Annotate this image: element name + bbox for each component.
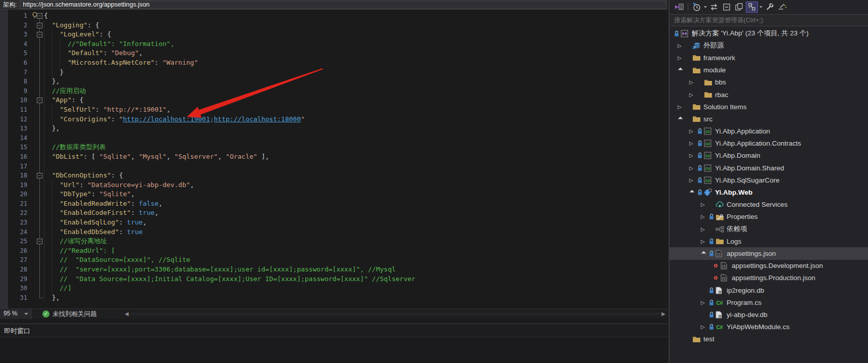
tree-item-logs[interactable]: ▷Logs (670, 235, 868, 247)
tree-item--[interactable]: ▷外部源 (670, 39, 868, 52)
chevron-collapsed-icon[interactable]: ▷ (678, 104, 686, 110)
code-line[interactable]: "Url": "DataSource=yi-abp-dev.db", (44, 180, 668, 190)
tree-item-appsettings.production.json[interactable]: {}appsettings.Production.json (670, 272, 868, 284)
fold-collapse-box[interactable]: − (37, 98, 42, 103)
switch-views-icon[interactable] (673, 2, 685, 13)
code-line[interactable]: // "server=[xxxx];port=3306;database=[xx… (44, 265, 668, 275)
code-line[interactable]: //"Default": "Information", (44, 39, 668, 49)
code-line[interactable]: "App": { (44, 96, 668, 105)
chevron-down-icon[interactable] (703, 2, 708, 13)
code-editor[interactable]: 1234567891011121314151617181920212223242… (0, 10, 668, 308)
collapse-all-icon[interactable] (721, 2, 733, 13)
schema-url-combobox[interactable]: https://json.schemastore.org/appsettings… (20, 1, 667, 9)
fold-collapse-box[interactable]: − (37, 23, 42, 28)
tree-item-properties[interactable]: ▷Properties (670, 211, 868, 223)
code-line[interactable]: "EnabledSqlLog": true, (44, 218, 668, 228)
tree-item-yi-abp-dev.db[interactable]: yi-abp-dev.db (670, 308, 868, 321)
tree-item-yi.abp.application[interactable]: ▷C#Yi.Abp.Application (670, 125, 868, 138)
chevron-expanded-icon[interactable] (689, 191, 697, 194)
code-lines[interactable]: { "Logging": { "LogLevel": { //"Default"… (0, 10, 668, 302)
code-line[interactable]: "DbList": [ "Sqlite", "Mysql", "Sqlserve… (44, 152, 668, 162)
search-input[interactable] (670, 15, 868, 26)
code-line[interactable]: }, (44, 77, 668, 86)
sync-icon[interactable] (708, 2, 720, 13)
tree-item-ip2region.db[interactable]: ip2region.db (670, 284, 868, 296)
code-line[interactable]: "EnabledDbSeed": true (44, 228, 668, 237)
code-line[interactable]: "LogLevel": { (44, 30, 668, 39)
sync-with-active-document-icon[interactable] (746, 2, 758, 13)
chevron-collapsed-icon[interactable]: ▷ (701, 324, 709, 330)
code-line[interactable]: { (44, 11, 668, 21)
code-line[interactable]: "EnabledReadWrite": false, (44, 199, 668, 209)
chevron-collapsed-icon[interactable]: ▷ (689, 79, 697, 85)
chevron-collapsed-icon[interactable]: ▷ (689, 153, 697, 158)
code-line[interactable]: "DbConnOptions": { (44, 171, 668, 180)
tree-item--[interactable]: ▷依赖项 (670, 223, 868, 235)
solution-search-box[interactable] (670, 14, 868, 26)
hscroll-left-arrow[interactable]: ◀ (125, 311, 129, 317)
tree-item-appsettings.development.json[interactable]: {}appsettings.Development.json (670, 260, 868, 272)
chevron-down-icon[interactable] (758, 2, 763, 13)
code-line[interactable] (44, 162, 668, 171)
chevron-collapsed-icon[interactable]: ▷ (701, 239, 709, 244)
code-line[interactable]: "Default": "Debug", (44, 49, 668, 58)
code-line[interactable]: // "Data Source=[xxxx];Initial Catalog=[… (44, 275, 668, 284)
immediate-window-body[interactable] (0, 337, 668, 363)
tree-item-appsettings.json[interactable]: {}appsettings.json (670, 247, 868, 259)
chevron-collapsed-icon[interactable]: ▷ (689, 141, 697, 146)
tree-item-bbs[interactable]: ▷bbs (670, 76, 868, 88)
code-line[interactable]: // "DataSource=[xxxx]", //Sqlite (44, 255, 668, 265)
properties-icon[interactable] (763, 2, 776, 13)
chevron-expanded-icon[interactable] (678, 117, 686, 121)
code-line[interactable]: //数据库类型列表 (44, 143, 668, 152)
tree-item-yi.abp.sqlsugarcore[interactable]: ▷C#Yi.Abp.SqlSugarCore (670, 174, 868, 186)
tree-item--yi.abp-23-23-[interactable]: 解决方案 'Yi.Abp' (23 个项目, 共 23 个) (670, 27, 868, 39)
code-line[interactable]: "Logging": { (44, 21, 668, 30)
zoom-select[interactable]: 95 % (0, 309, 31, 319)
tree-item-src[interactable]: src (670, 113, 868, 125)
chevron-collapsed-icon[interactable]: ▷ (689, 177, 697, 183)
preview-selected-items-icon[interactable] (776, 2, 788, 13)
fold-collapse-box[interactable]: − (37, 239, 42, 244)
tree-item-yi.abp.application.contracts[interactable]: ▷C#Yi.Abp.Application.Contracts (670, 138, 868, 150)
code-line[interactable]: //] (44, 284, 668, 293)
chevron-collapsed-icon[interactable]: ▷ (689, 92, 697, 98)
pending-changes-filter-icon[interactable] (690, 2, 702, 13)
hscroll-right-arrow[interactable]: ▶ (661, 311, 666, 317)
tree-item-yi.abp.web[interactable]: Yi.Abp.Web (670, 186, 868, 198)
code-line[interactable]: "Microsoft.AspNetCore": "Warning" (44, 58, 668, 68)
tree-item-solution-items[interactable]: ▷Solution Items (670, 101, 868, 113)
code-line[interactable]: "SelfUrl": "http://*:19001", (44, 105, 668, 115)
code-line[interactable]: }, (44, 124, 668, 133)
code-line[interactable]: "CorsOrigins": "http://localhost:19001;h… (44, 115, 668, 124)
code-line[interactable]: "DbType": "Sqlite", (44, 190, 668, 199)
chevron-collapsed-icon[interactable]: ▷ (678, 55, 686, 61)
code-line[interactable]: //读写分离地址 (44, 237, 668, 246)
tree-item-module[interactable]: module (670, 64, 868, 76)
chevron-expanded-icon[interactable] (701, 252, 709, 255)
tree-item-test[interactable]: test (670, 333, 868, 345)
fold-collapse-box[interactable]: − (37, 173, 42, 178)
fold-collapse-box[interactable]: − (37, 13, 42, 19)
chevron-collapsed-icon[interactable]: ▷ (689, 128, 697, 134)
tree-item-yiabpwebmodule.cs[interactable]: ▷C#YiAbpWebModule.cs (670, 321, 868, 333)
chevron-collapsed-icon[interactable]: ▷ (701, 226, 709, 232)
chevron-collapsed-icon[interactable]: ▷ (678, 43, 686, 49)
chevron-collapsed-icon[interactable]: ▷ (701, 300, 709, 305)
tree-item-yi.abp.domain.shared[interactable]: ▷C#Yi.Abp.Domain.Shared (670, 162, 868, 174)
chevron-expanded-icon[interactable] (678, 68, 686, 72)
chevron-collapsed-icon[interactable]: ▷ (701, 202, 709, 207)
tree-item-program.cs[interactable]: ▷C#Program.cs (670, 296, 868, 308)
hscroll-track[interactable] (130, 313, 659, 315)
tree-item-framework[interactable]: ▷framework (670, 52, 868, 64)
fold-collapse-box[interactable]: − (37, 32, 42, 37)
chevron-collapsed-icon[interactable]: ▷ (701, 214, 709, 219)
code-line[interactable]: }, (44, 293, 668, 303)
code-line[interactable]: //应用启动 (44, 86, 668, 96)
chevron-collapsed-icon[interactable]: ▷ (689, 165, 697, 171)
code-line[interactable]: "EnabledCodeFirst": true, (44, 208, 668, 218)
tree-item-yi.abp.domain[interactable]: ▷C#Yi.Abp.Domain (670, 150, 868, 162)
tree-item-rbac[interactable]: ▷rbac (670, 88, 868, 101)
code-line[interactable]: //"ReadUrl": [ (44, 246, 668, 256)
tree-item-connected-services[interactable]: ▷Connected Services (670, 199, 868, 211)
